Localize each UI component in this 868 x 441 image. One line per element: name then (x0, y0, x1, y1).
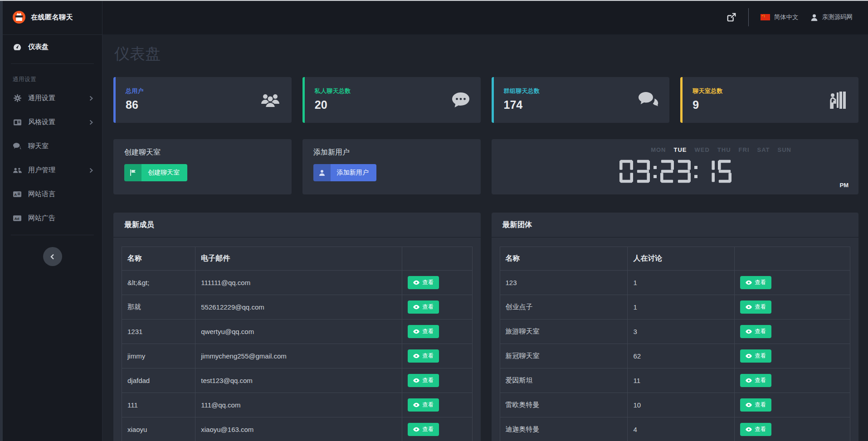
user-plus-icon (313, 164, 331, 181)
table-row: 111111@qq.com查看 (122, 393, 473, 417)
table-row: 新冠聊天室62查看 (500, 344, 850, 368)
clock-day: THU (717, 146, 731, 153)
language-label: 简体中文 (774, 13, 799, 21)
cell-email: test123@qq.com (195, 368, 402, 393)
stat-label: 群组聊天总数 (504, 87, 660, 95)
view-button-label: 查看 (755, 426, 766, 433)
clock-digit (701, 159, 715, 184)
sidebar-item-dashboard[interactable]: 仪表盘 (3, 35, 102, 59)
content: 仪表盘 总用户 86 (102, 34, 868, 441)
sidebar-item-site-ads[interactable]: Ad 网站广告 (3, 206, 102, 230)
column-header: 名称 (500, 247, 628, 271)
divider (11, 63, 94, 64)
view-button-label: 查看 (755, 279, 766, 286)
cell-action: 查看 (402, 271, 472, 295)
cell-name: 那就 (122, 295, 195, 320)
clock-digit (660, 159, 674, 184)
topbar: 简体中文 亲测源码网 (102, 0, 868, 34)
view-button[interactable]: 查看 (740, 325, 771, 338)
sidebar-item-label: 聊天室 (28, 142, 49, 150)
cell-name: 迪迦奥特曼 (500, 417, 628, 441)
brand[interactable]: 在线匿名聊天 (3, 0, 102, 34)
view-button[interactable]: 查看 (408, 423, 439, 436)
style-icon (13, 119, 22, 126)
view-button-label: 查看 (422, 328, 434, 335)
cell-name: xiaoyu (122, 417, 195, 441)
admin-dashboard-page: 在线匿名聊天 仪表盘 通用设置 (0, 0, 868, 441)
sidebar-item-style-settings[interactable]: 风格设置 (3, 110, 102, 134)
view-button[interactable]: 查看 (740, 423, 771, 436)
view-button[interactable]: 查看 (740, 300, 771, 314)
create-room-button[interactable]: 创建聊天室 (124, 164, 187, 181)
table-row: 爱因斯坦11查看 (500, 368, 850, 393)
eye-icon (746, 378, 752, 383)
column-header: 人在讨论 (628, 247, 735, 271)
view-button[interactable]: 查看 (408, 398, 439, 412)
language-selector[interactable]: 简体中文 (761, 13, 799, 21)
sidebar-item-label: 风格设置 (28, 118, 55, 126)
eye-icon (746, 329, 752, 334)
view-button[interactable]: 查看 (740, 349, 771, 363)
stat-label: 总用户 (126, 87, 282, 95)
members-table: 名称电子邮件 &lt;&gt;111111@qq.com查看那就55261222… (122, 247, 473, 441)
sidebar-item-site-language[interactable]: A 网站语言 (3, 182, 102, 206)
view-button[interactable]: 查看 (408, 325, 439, 338)
clock-colon (653, 159, 657, 184)
groups-card-title: 最新团体 (502, 220, 532, 228)
view-button[interactable]: 查看 (408, 300, 439, 314)
sidebar-item-general-settings[interactable]: 通用设置 (3, 86, 102, 110)
view-button[interactable]: 查看 (408, 276, 439, 289)
cell-name: 123 (500, 271, 628, 295)
latest-groups-card: 最新团体 名称人在讨论 1231查看创业点子1查看旅游聊天室3查看新冠聊天室62… (492, 213, 859, 441)
view-button[interactable]: 查看 (740, 276, 771, 289)
comments-icon (639, 92, 658, 108)
groups-card-header: 最新团体 (492, 213, 859, 237)
divider (11, 235, 94, 235)
cell-name: djafdad (122, 368, 195, 393)
user-menu[interactable]: 亲测源码网 (810, 13, 853, 21)
cell-action: 查看 (735, 320, 850, 344)
stat-value: 174 (504, 98, 660, 111)
eye-icon (746, 402, 752, 407)
cell-action: 查看 (402, 393, 472, 417)
members-card-title: 最新成员 (124, 220, 154, 228)
clock-day: TUE (673, 146, 687, 153)
clock-digits (619, 159, 731, 184)
chevron-right-icon (89, 120, 93, 125)
sidebar-collapse-button[interactable] (43, 247, 62, 266)
cell-talking: 1 (628, 271, 735, 295)
digital-clock-card: MONTUEWEDTHUFRISATSUN PM (492, 139, 859, 194)
cell-name: 1231 (122, 320, 195, 344)
tables-row: 最新成员 名称电子邮件 &lt;&gt;111111@qq.com查看那就552… (113, 213, 858, 441)
cell-action: 查看 (402, 417, 472, 441)
eye-icon (746, 354, 752, 359)
cell-action: 查看 (402, 368, 472, 393)
cn-flag-icon (761, 14, 770, 20)
actions-row: 创建聊天室 创建聊天室 添加新用户 (113, 139, 858, 194)
cell-talking: 62 (628, 344, 735, 368)
clock-digit (718, 159, 731, 184)
table-header-row: 名称电子邮件 (122, 247, 473, 271)
add-user-button[interactable]: 添加新用户 (313, 164, 376, 181)
view-button[interactable]: 查看 (740, 374, 771, 387)
chat-bubbles-icon (13, 143, 22, 150)
cell-talking: 10 (628, 393, 735, 417)
view-button-label: 查看 (422, 426, 434, 433)
cell-name: &lt;&gt; (122, 271, 195, 295)
table-row: jimmyjimmycheng255@gmail.com查看 (122, 344, 473, 368)
cell-email: qwertyu@qq.com (195, 320, 402, 344)
sidebar-item-user-management[interactable]: 用户管理 (3, 158, 102, 182)
cell-name: 雷欧奥特曼 (500, 393, 628, 417)
comment-dots-icon (452, 92, 470, 108)
view-button[interactable]: 查看 (408, 374, 439, 387)
sidebar-item-label: 仪表盘 (28, 43, 49, 51)
clock-meridiem: PM (840, 182, 849, 189)
cell-action: 查看 (735, 393, 850, 417)
table-row: 1231qwertyu@qq.com查看 (122, 320, 473, 344)
view-button[interactable]: 查看 (408, 349, 439, 363)
column-header (402, 247, 472, 271)
sidebar-item-chat-rooms[interactable]: 聊天室 (3, 134, 102, 158)
users-icon (13, 167, 22, 174)
external-link-button[interactable] (727, 12, 736, 22)
view-button[interactable]: 查看 (740, 398, 771, 412)
